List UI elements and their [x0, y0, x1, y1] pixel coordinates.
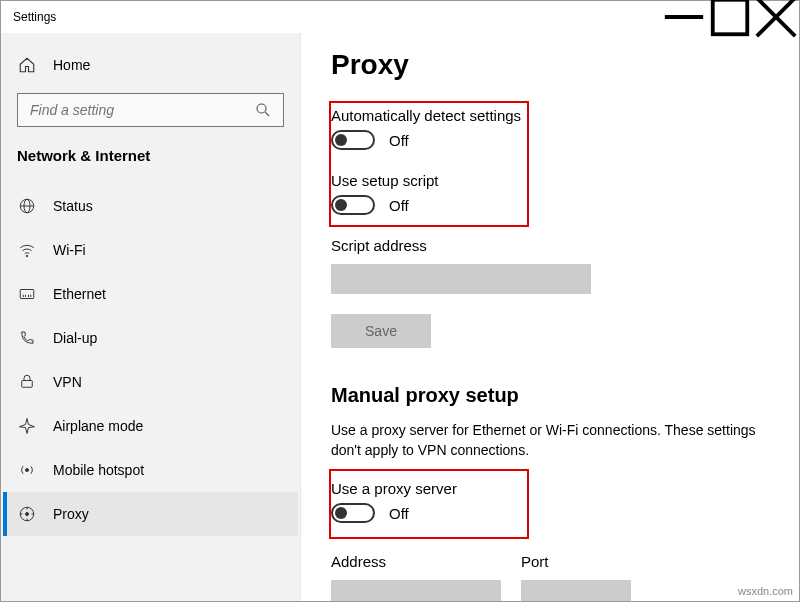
ethernet-icon	[17, 284, 37, 304]
svg-point-18	[26, 513, 29, 516]
sidebar: Home Network & Internet Status Wi-Fi	[1, 33, 301, 601]
window-title: Settings	[13, 10, 56, 24]
hotspot-icon	[17, 460, 37, 480]
sidebar-item-label: Proxy	[53, 506, 89, 522]
sidebar-item-wifi[interactable]: Wi-Fi	[3, 228, 298, 272]
search-box[interactable]	[17, 93, 284, 127]
airplane-icon	[17, 416, 37, 436]
sidebar-item-vpn[interactable]: VPN	[3, 360, 298, 404]
sidebar-item-label: Ethernet	[53, 286, 106, 302]
auto-detect-state: Off	[389, 132, 409, 149]
save-button[interactable]: Save	[331, 314, 431, 348]
category-header: Network & Internet	[3, 141, 298, 184]
manual-section-title: Manual proxy setup	[331, 384, 769, 407]
svg-rect-1	[713, 0, 748, 34]
sidebar-home[interactable]: Home	[3, 43, 298, 87]
address-label: Address	[331, 553, 501, 570]
sidebar-item-label: VPN	[53, 374, 82, 390]
sidebar-item-dialup[interactable]: Dial-up	[3, 316, 298, 360]
sidebar-item-label: Wi-Fi	[53, 242, 86, 258]
address-input[interactable]	[331, 580, 501, 601]
sidebar-item-ethernet[interactable]: Ethernet	[3, 272, 298, 316]
setup-script-state: Off	[389, 197, 409, 214]
manual-description: Use a proxy server for Ethernet or Wi-Fi…	[331, 421, 769, 460]
svg-rect-15	[22, 381, 33, 388]
close-button[interactable]	[753, 1, 799, 33]
port-label: Port	[521, 553, 631, 570]
sidebar-item-airplane[interactable]: Airplane mode	[3, 404, 298, 448]
window-controls	[661, 1, 799, 33]
vpn-icon	[17, 372, 37, 392]
minimize-button[interactable]	[661, 1, 707, 33]
sidebar-item-label: Status	[53, 198, 93, 214]
sidebar-item-hotspot[interactable]: Mobile hotspot	[3, 448, 298, 492]
sidebar-item-proxy[interactable]: Proxy	[3, 492, 298, 536]
titlebar: Settings	[1, 1, 799, 33]
svg-line-5	[265, 112, 269, 116]
wifi-icon	[17, 240, 37, 260]
sidebar-item-label: Airplane mode	[53, 418, 143, 434]
svg-rect-10	[20, 290, 34, 299]
use-proxy-toggle[interactable]	[331, 503, 375, 523]
svg-point-16	[26, 469, 29, 472]
search-icon	[253, 100, 273, 120]
setup-script-label: Use setup script	[331, 172, 769, 189]
setup-script-toggle[interactable]	[331, 195, 375, 215]
search-input[interactable]	[28, 101, 224, 119]
script-address-input[interactable]	[331, 264, 591, 294]
script-address-label: Script address	[331, 237, 769, 254]
sidebar-item-status[interactable]: Status	[3, 184, 298, 228]
home-icon	[17, 55, 37, 75]
globe-icon	[17, 196, 37, 216]
svg-point-4	[257, 104, 266, 113]
use-proxy-label: Use a proxy server	[331, 480, 769, 497]
sidebar-home-label: Home	[53, 57, 90, 73]
auto-detect-toggle[interactable]	[331, 130, 375, 150]
use-proxy-state: Off	[389, 505, 409, 522]
sidebar-item-label: Mobile hotspot	[53, 462, 144, 478]
watermark: wsxdn.com	[738, 585, 793, 597]
svg-point-9	[26, 255, 28, 257]
auto-detect-label: Automatically detect settings	[331, 107, 769, 124]
content-area: Proxy Automatically detect settings Off …	[301, 33, 799, 601]
sidebar-item-label: Dial-up	[53, 330, 97, 346]
page-title: Proxy	[331, 49, 769, 81]
phone-icon	[17, 328, 37, 348]
port-input[interactable]	[521, 580, 631, 601]
proxy-icon	[17, 504, 37, 524]
maximize-button[interactable]	[707, 1, 753, 33]
